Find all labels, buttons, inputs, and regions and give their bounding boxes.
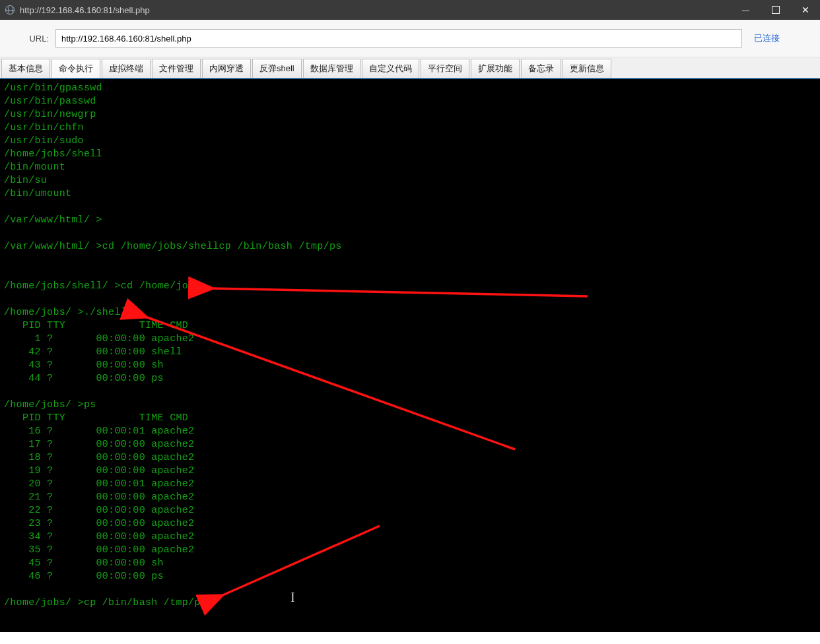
tab-3[interactable]: 文件管理 — [152, 59, 201, 78]
tab-4[interactable]: 内网穿透 — [202, 59, 251, 78]
url-input[interactable] — [55, 29, 742, 48]
svg-line-2 — [221, 526, 380, 596]
tab-8[interactable]: 平行空间 — [421, 59, 469, 78]
tab-1[interactable]: 命令执行 — [51, 59, 100, 78]
tab-5[interactable]: 反弹shell — [252, 59, 302, 78]
tab-2[interactable]: 虚拟终端 — [102, 59, 151, 78]
terminal-output[interactable]: /usr/bin/gpasswd /usr/bin/passwd /usr/bi… — [0, 79, 820, 632]
window-titlebar: http://192.168.46.160:81/shell.php — [0, 0, 820, 20]
text-cursor-icon: I — [290, 591, 295, 604]
url-label: URL: — [16, 34, 55, 44]
tab-6[interactable]: 数据库管理 — [303, 59, 360, 78]
close-button[interactable] — [790, 0, 820, 20]
svg-line-0 — [211, 288, 588, 296]
tabs-row: 基本信息命令执行虚拟终端文件管理内网穿透反弹shell数据库管理自定义代码平行空… — [0, 57, 820, 79]
window-controls — [731, 0, 820, 20]
annotation-arrows — [0, 79, 820, 632]
maximize-button[interactable] — [761, 0, 790, 20]
tab-0[interactable]: 基本信息 — [1, 59, 50, 78]
svg-line-1 — [145, 317, 515, 449]
tab-9[interactable]: 扩展功能 — [471, 59, 520, 78]
globe-icon — [5, 5, 15, 15]
minimize-button[interactable] — [731, 0, 761, 20]
connection-status: 已连接 — [754, 32, 780, 44]
url-bar-area: URL: 已连接 — [0, 20, 820, 57]
window-title: http://192.168.46.160:81/shell.php — [20, 5, 150, 15]
tab-10[interactable]: 备忘录 — [521, 59, 561, 78]
tab-7[interactable]: 自定义代码 — [362, 59, 419, 78]
tab-11[interactable]: 更新信息 — [563, 59, 611, 78]
